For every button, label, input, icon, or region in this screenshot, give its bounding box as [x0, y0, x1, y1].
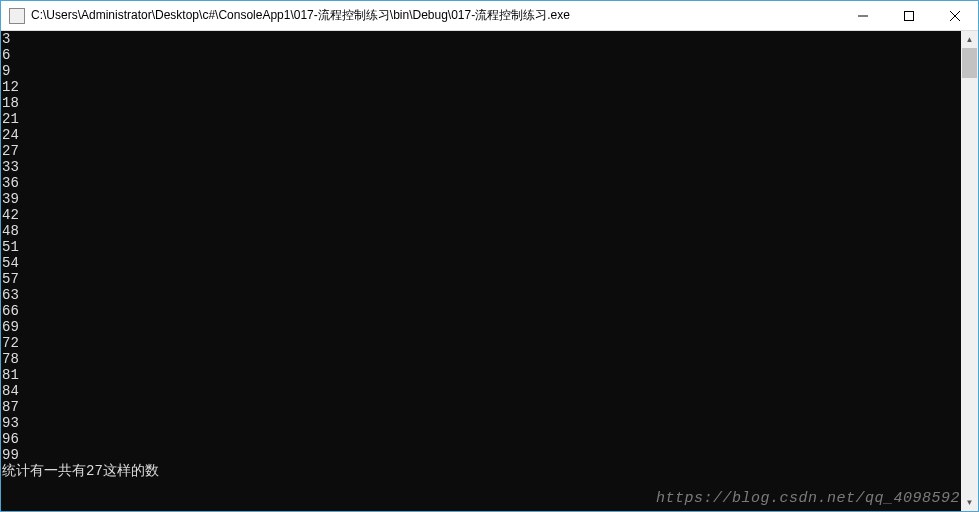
- scroll-thumb[interactable]: [962, 48, 977, 78]
- console-area: 3 6 9 12 18 21 24 27 33 36 39 42 48 51 5…: [1, 31, 978, 511]
- app-icon: [9, 8, 25, 24]
- scroll-up-arrow[interactable]: ▲: [961, 31, 978, 48]
- minimize-button[interactable]: [840, 1, 886, 30]
- console-output: 3 6 9 12 18 21 24 27 33 36 39 42 48 51 5…: [1, 31, 961, 511]
- close-button[interactable]: [932, 1, 978, 30]
- scroll-track[interactable]: [961, 48, 978, 494]
- titlebar: C:\Users\Administrator\Desktop\c#\Consol…: [1, 1, 978, 31]
- scroll-down-arrow[interactable]: ▼: [961, 494, 978, 511]
- window-controls: [840, 1, 978, 30]
- maximize-button[interactable]: [886, 1, 932, 30]
- svg-rect-1: [905, 11, 914, 20]
- vertical-scrollbar[interactable]: ▲ ▼: [961, 31, 978, 511]
- window-title: C:\Users\Administrator\Desktop\c#\Consol…: [31, 7, 840, 24]
